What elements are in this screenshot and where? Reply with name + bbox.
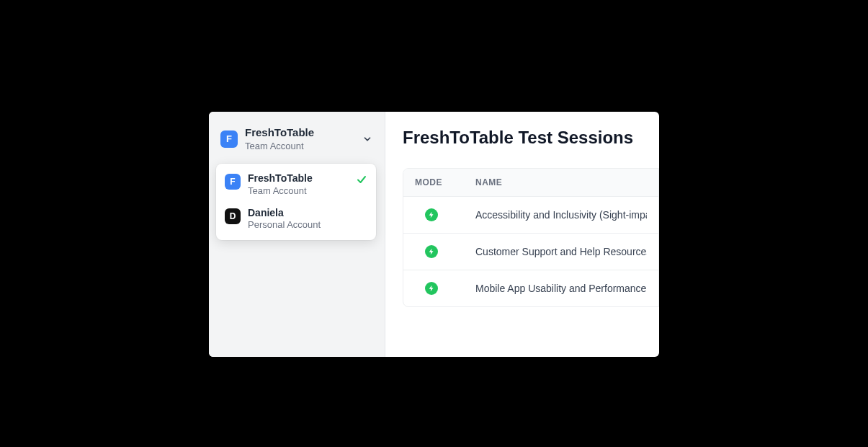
mode-cell	[415, 245, 475, 258]
bolt-icon	[425, 245, 438, 258]
account-switcher[interactable]: F FreshToTable Team Account	[218, 122, 376, 155]
account-text: FreshToTable Team Account	[245, 126, 354, 152]
avatar-letter: F	[226, 133, 232, 144]
bolt-icon	[425, 282, 438, 295]
account-option-text: Daniela Personal Account	[248, 207, 367, 231]
mode-cell	[415, 208, 475, 221]
column-header-mode: MODE	[415, 177, 475, 187]
table-row[interactable]: Customer Support and Help Resources	[403, 233, 658, 270]
check-icon	[356, 174, 367, 185]
account-option-avatar: F	[225, 174, 241, 190]
table-row[interactable]: Mobile App Usability and Performance	[403, 270, 658, 306]
sessions-table: MODE NAME Accessibility and Inclusivity …	[403, 168, 659, 307]
account-avatar: F	[220, 130, 238, 148]
account-subtitle: Team Account	[245, 141, 354, 152]
account-option-subtitle: Personal Account	[248, 219, 367, 231]
avatar-letter: D	[230, 211, 236, 221]
account-option-avatar: D	[225, 208, 241, 224]
main-content: FreshToTable Test Sessions MODE NAME Acc…	[385, 112, 659, 357]
table-header: MODE NAME	[403, 169, 658, 196]
account-option-subtitle: Team Account	[248, 185, 349, 197]
session-name: Mobile App Usability and Performance	[475, 283, 647, 294]
bolt-icon	[425, 208, 438, 221]
account-dropdown: F FreshToTable Team Account D Daniela Pe…	[216, 164, 376, 240]
account-name: FreshToTable	[245, 126, 354, 139]
account-option-daniela[interactable]: D Daniela Personal Account	[220, 203, 372, 236]
account-option-freshtotable[interactable]: F FreshToTable Team Account	[220, 168, 372, 201]
column-header-name: NAME	[475, 177, 647, 187]
table-row[interactable]: Accessibility and Inclusivity (Sight-imp…	[403, 196, 658, 233]
account-option-name: FreshToTable	[248, 172, 349, 185]
session-name: Customer Support and Help Resources	[475, 246, 647, 257]
account-option-text: FreshToTable Team Account	[248, 172, 349, 197]
page-title: FreshToTable Test Sessions	[403, 128, 659, 148]
mode-cell	[415, 282, 475, 295]
account-option-name: Daniela	[248, 207, 367, 220]
sidebar: F FreshToTable Team Account F FreshToTab…	[209, 112, 385, 357]
session-name: Accessibility and Inclusivity (Sight-imp…	[475, 209, 647, 221]
chevron-down-icon	[362, 133, 373, 145]
avatar-letter: F	[230, 177, 235, 187]
app-window: F FreshToTable Team Account F FreshToTab…	[209, 112, 659, 357]
